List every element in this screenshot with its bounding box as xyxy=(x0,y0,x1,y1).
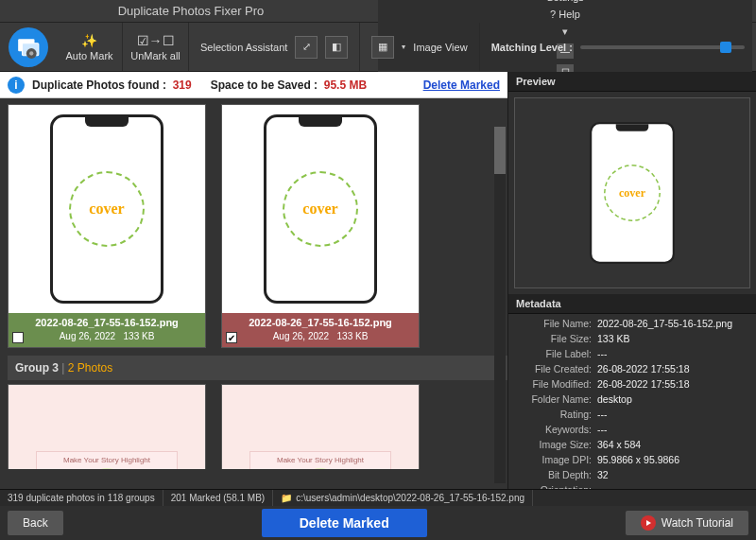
matching-level-slider[interactable] xyxy=(580,45,745,49)
info-bar: i Duplicate Photos found : 319 Space to … xyxy=(0,72,507,98)
meta-bit-depth: 32 xyxy=(597,469,748,480)
thumbnail-item[interactable]: Make Your Story Highlight xyxy=(221,384,420,469)
back-button[interactable]: Back xyxy=(8,511,63,535)
grid-view-button[interactable]: ▦ xyxy=(371,36,394,59)
meta-file-size: 133 KB xyxy=(597,333,748,344)
watch-tutorial-button[interactable]: Watch Tutorial xyxy=(626,511,748,535)
metadata-list: File Name:2022-08-26_17-55-16-152.png Fi… xyxy=(508,314,756,489)
thumbnail-caption: 2022-08-26_17-55-16-152.png Aug 26, 2022… xyxy=(222,313,419,347)
preview-title: Preview xyxy=(508,72,756,92)
thumbnail-image: Make Your Story Highlight xyxy=(222,385,419,469)
bottom-bar: Back Delete Marked Watch Tutorial xyxy=(0,506,756,540)
thumbnail-image: cover xyxy=(222,105,419,313)
meta-file-created: 26-08-2022 17:55:18 xyxy=(597,363,748,375)
info-icon: i xyxy=(8,77,25,94)
meta-image-dpi: 95.9866 x 95.9866 xyxy=(597,454,748,465)
found-label: Duplicate Photos found : xyxy=(32,78,166,92)
thumbnail-item[interactable]: cover 2022-08-26_17-55-16-152.png Aug 26… xyxy=(221,104,420,348)
selection-assistant-group: Selection Assistant ⤢ ◧ xyxy=(189,23,360,71)
selection-assistant-label: Selection Assistant xyxy=(200,42,287,53)
thumbnail-checkbox[interactable] xyxy=(12,332,24,343)
results-scrollbar[interactable] xyxy=(494,127,506,483)
meta-file-name: 2022-08-26_17-55-16-152.png xyxy=(597,318,748,329)
thumbnail-checkbox[interactable]: ✔ xyxy=(226,332,237,343)
metadata-title: Metadata xyxy=(508,294,756,314)
unmark-all-button[interactable]: ☑→☐ UnMark all xyxy=(123,23,189,71)
delete-marked-button[interactable]: Delete Marked xyxy=(262,509,427,537)
meta-rating: --- xyxy=(597,409,748,420)
thumbnail-item[interactable]: Make Your Story Highlight xyxy=(8,384,206,469)
thumbnail-item[interactable]: cover 2022-08-26_17-55-16-152.png Aug 26… xyxy=(8,104,206,348)
found-count: 319 xyxy=(173,78,192,92)
status-marked: 201 Marked (58.1 MB) xyxy=(163,490,274,506)
unmark-icon: ☑→☐ xyxy=(137,33,175,48)
play-icon xyxy=(641,515,656,531)
matching-level-label: Matching Level : xyxy=(491,42,573,53)
status-groups: 319 duplicate photos in 118 groups xyxy=(0,490,163,506)
meta-file-modified: 26-08-2022 17:55:18 xyxy=(597,378,748,390)
app-title: Duplicate Photos Fixer Pro xyxy=(4,4,378,18)
grid-icon: ▦ xyxy=(378,41,387,53)
preview-image: cover xyxy=(514,97,750,288)
titlebar: Duplicate Photos Fixer Pro ▾ ⚙ Settings … xyxy=(0,0,756,23)
main-toolbar: ✨ Auto Mark ☑→☐ UnMark all Selection Ass… xyxy=(0,23,756,72)
thumbnail-grid: cover 2022-08-26_17-55-16-152.png Aug 26… xyxy=(0,98,507,489)
folder-icon: 📁 xyxy=(281,493,292,503)
meta-keywords: --- xyxy=(597,424,748,435)
help-label[interactable]: ? Help xyxy=(550,9,580,20)
side-panel: Preview cover Metadata File Name:2022-08… xyxy=(508,72,756,489)
selection-mode-1-button[interactable]: ⤢ xyxy=(295,36,318,59)
slider-thumb[interactable] xyxy=(720,42,731,53)
thumb-filename: 2022-08-26_17-55-16-152.png xyxy=(228,317,413,328)
image-view-label: Image View xyxy=(413,42,467,53)
group-header: Group 3 | 2 Photos xyxy=(8,356,507,380)
thumbnail-image: cover xyxy=(9,105,205,313)
svg-point-3 xyxy=(29,51,33,55)
status-bar: 319 duplicate photos in 118 groups 201 M… xyxy=(0,489,756,506)
space-value: 95.5 MB xyxy=(324,78,367,92)
logo-badge-icon xyxy=(9,27,48,67)
delete-marked-link[interactable]: Delete Marked xyxy=(423,78,500,92)
space-label: Space to be Saved : xyxy=(211,78,318,92)
meta-orientation: --- xyxy=(597,484,748,489)
settings-label[interactable]: Settings xyxy=(546,0,584,3)
matching-level-control: Matching Level : xyxy=(480,23,756,71)
image-view-group: ▦ ▾ Image View xyxy=(360,23,479,71)
thumbnail-caption: 2022-08-26_17-55-16-152.png Aug 26, 2022… xyxy=(9,313,205,347)
app-logo xyxy=(0,23,57,71)
meta-image-size: 364 x 584 xyxy=(597,439,748,450)
selection-mode-2-button[interactable]: ◧ xyxy=(325,36,348,59)
resize-icon: ⤢ xyxy=(302,41,311,53)
thumbnail-image: Make Your Story Highlight xyxy=(9,385,205,469)
results-pane: i Duplicate Photos found : 319 Space to … xyxy=(0,72,508,489)
scroll-thumb[interactable] xyxy=(494,127,506,174)
status-path: 📁 c:\users\admin\desktop\2022-08-26_17-5… xyxy=(273,490,533,506)
wand-icon: ✨ xyxy=(81,33,97,48)
thumb-filename: 2022-08-26_17-55-16-152.png xyxy=(14,317,199,328)
auto-mark-button[interactable]: ✨ Auto Mark xyxy=(57,23,123,71)
eraser-icon: ◧ xyxy=(332,41,341,53)
meta-file-label: --- xyxy=(597,348,748,359)
meta-folder-name: desktop xyxy=(597,393,748,405)
